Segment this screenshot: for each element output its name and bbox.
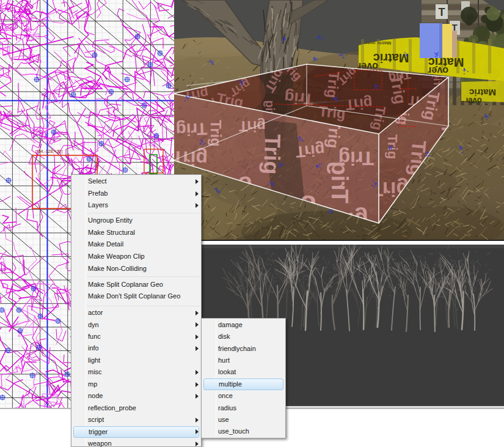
svg-text:over: over	[465, 96, 481, 105]
svg-text:Trig: Trig	[338, 147, 374, 169]
svg-text:over: over	[428, 65, 448, 76]
svg-text:Trig: Trig	[345, 95, 373, 114]
svg-text:Trig: Trig	[259, 134, 285, 175]
svg-text:Trig: Trig	[318, 103, 346, 122]
svg-text:Trig: Trig	[295, 141, 326, 161]
svg-text:(-64,-128,+32): (-64,-128,+32)	[35, 149, 63, 154]
svg-text:Trig: Trig	[283, 88, 314, 109]
svg-text:Trig: Trig	[175, 119, 207, 139]
svg-text:T: T	[439, 6, 445, 18]
svg-text:Matric over: Matric over	[365, 40, 392, 46]
